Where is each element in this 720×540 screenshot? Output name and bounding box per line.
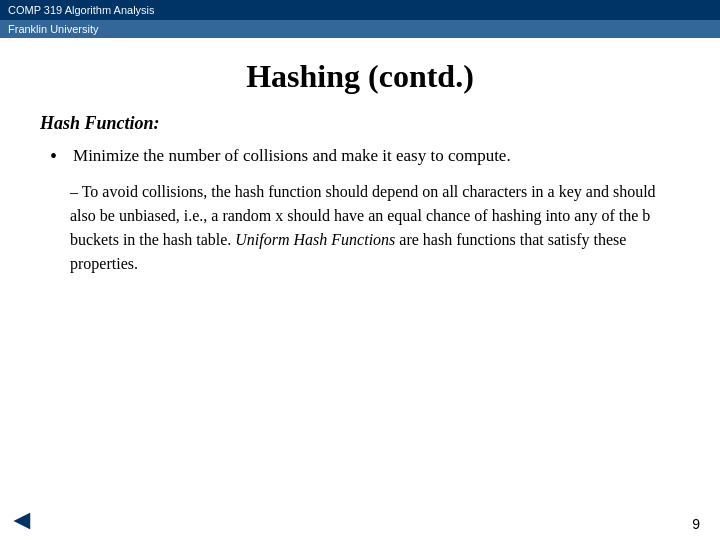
top-right-decoration	[700, 0, 720, 14]
slide-title: Hashing (contd.)	[40, 58, 680, 95]
university-name: Franklin University	[8, 23, 98, 35]
italic-term: Uniform Hash Functions	[235, 231, 395, 248]
bullet-text: Minimize the number of collisions and ma…	[73, 144, 511, 168]
bullet-point: •	[50, 142, 57, 170]
bullet-item: • Minimize the number of collisions and …	[40, 144, 680, 170]
section-label: Hash Function:	[40, 113, 680, 134]
slide-content: Hashing (contd.) Hash Function: • Minimi…	[0, 38, 720, 296]
university-bar: Franklin University	[0, 20, 720, 38]
course-title: COMP 319 Algorithm Analysis	[8, 4, 155, 16]
page-number: 9	[692, 516, 700, 532]
course-title-bar: COMP 319 Algorithm Analysis	[0, 0, 720, 20]
previous-slide-button[interactable]: ◄	[8, 504, 36, 536]
sub-bullet: – To avoid collisions, the hash function…	[70, 180, 680, 276]
